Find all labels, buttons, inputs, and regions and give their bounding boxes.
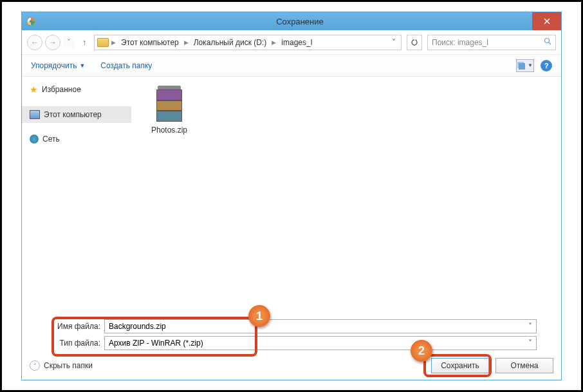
- breadcrumb-item[interactable]: images_l: [279, 38, 315, 47]
- sidebar-this-pc[interactable]: Этот компьютер: [22, 106, 131, 123]
- address-dropdown[interactable]: ˅: [389, 38, 398, 47]
- button-row: ˄ Скрыть папки Сохранить Отмена: [30, 358, 553, 373]
- help-button[interactable]: ?: [541, 60, 552, 71]
- close-button[interactable]: [532, 12, 561, 30]
- computer-icon: [30, 110, 40, 119]
- address-bar[interactable]: ▶ Этот компьютер ▶ Локальный диск (D:) ▶…: [94, 35, 402, 50]
- filename-input[interactable]: Backgrounds.zip: [104, 319, 537, 333]
- new-folder-button[interactable]: Создать папку: [100, 61, 152, 70]
- sidebar-label: Избранное: [42, 85, 81, 94]
- nav-row: ← → ˅ ↑ ▶ Этот компьютер ▶ Локальный дис…: [22, 30, 561, 55]
- archive-icon: [154, 86, 185, 122]
- sidebar-label: Сеть: [42, 135, 60, 144]
- file-pane[interactable]: Photos.zip: [131, 77, 561, 283]
- hide-folders-label: Скрыть папки: [44, 361, 93, 370]
- refresh-button[interactable]: [407, 35, 422, 50]
- chevron-down-icon[interactable]: ▼: [79, 62, 85, 69]
- file-item[interactable]: Photos.zip: [140, 86, 198, 135]
- recent-dropdown[interactable]: ˅: [63, 37, 75, 48]
- filetype-label: Тип файла:: [46, 339, 104, 348]
- chevron-right-icon: ▶: [183, 39, 190, 46]
- window-title: Сохранение: [39, 17, 561, 26]
- toolbar: Упорядочить ▼ Создать папку ▼ ?: [22, 55, 561, 77]
- network-icon: [30, 135, 39, 144]
- back-button[interactable]: ←: [27, 35, 42, 50]
- chevron-right-icon: ▶: [110, 39, 117, 46]
- breadcrumb-item[interactable]: Локальный диск (D:): [191, 38, 270, 47]
- organize-button[interactable]: Упорядочить: [31, 61, 77, 70]
- annotation-badge-2: 2: [411, 340, 432, 362]
- sidebar: ★ Избранное Этот компьютер Сеть: [22, 77, 131, 283]
- svg-point-2: [545, 39, 550, 43]
- svg-point-1: [30, 20, 32, 23]
- search-placeholder: Поиск: images_l: [432, 38, 488, 47]
- filetype-select[interactable]: Архив ZIP - WinRAR (*.zip): [104, 336, 537, 350]
- annotation-badge-1: 1: [248, 305, 270, 327]
- view-options-button[interactable]: ▼: [516, 59, 534, 72]
- hide-folders-toggle[interactable]: ˄ Скрыть папки: [30, 360, 93, 371]
- chevron-right-icon: ▶: [270, 39, 277, 46]
- titlebar: Сохранение: [22, 12, 561, 30]
- search-input[interactable]: Поиск: images_l: [427, 35, 556, 50]
- dialog-body: ★ Избранное Этот компьютер Сеть: [22, 77, 561, 283]
- app-icon: [26, 16, 36, 26]
- save-button[interactable]: Сохранить: [431, 358, 489, 373]
- forward-button[interactable]: →: [45, 35, 60, 50]
- star-icon: ★: [30, 84, 38, 95]
- sidebar-favorites[interactable]: ★ Избранное: [22, 80, 131, 98]
- input-area: Имя файла: Backgrounds.zip Тип файла: Ар…: [27, 319, 556, 353]
- sidebar-network[interactable]: Сеть: [22, 131, 131, 147]
- up-button[interactable]: ↑: [77, 35, 91, 50]
- sidebar-label: Этот компьютер: [44, 110, 102, 119]
- search-icon: [544, 37, 551, 47]
- svg-rect-4: [519, 63, 525, 70]
- folder-icon: [97, 38, 109, 47]
- filename-label: Имя файла:: [46, 322, 104, 331]
- save-dialog: Сохранение ← → ˅ ↑ ▶ Этот компьютер ▶ Ло…: [21, 12, 562, 380]
- file-label: Photos.zip: [140, 126, 198, 135]
- cancel-button[interactable]: Отмена: [495, 358, 553, 373]
- chevron-up-icon: ˄: [30, 360, 40, 371]
- breadcrumb-item[interactable]: Этот компьютер: [118, 38, 181, 47]
